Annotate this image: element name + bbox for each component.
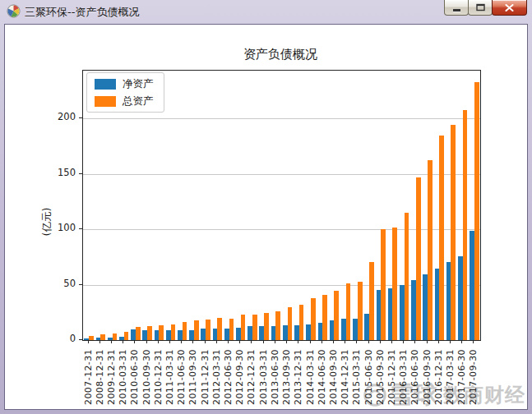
total-assets-bar xyxy=(183,322,187,340)
x-tick xyxy=(216,340,217,343)
x-tick-label: 2013-09-30 xyxy=(281,345,292,414)
x-tick-label: 2015-12-31 xyxy=(386,345,397,414)
x-tick xyxy=(403,340,404,343)
x-tick xyxy=(473,340,474,343)
legend-entry-net-assets: 净资产 xyxy=(95,77,156,91)
x-tick-label: 2011-06-30 xyxy=(176,345,187,414)
x-tick-label: 2013-03-31 xyxy=(258,345,269,414)
x-tick xyxy=(111,340,112,343)
x-tick-label: 2016-03-31 xyxy=(398,345,409,414)
total-assets-swatch xyxy=(95,96,116,107)
total-assets-bar xyxy=(416,177,421,340)
gridline xyxy=(83,118,480,119)
minimize-button[interactable] xyxy=(444,0,469,16)
x-tick-label: 2012-12-31 xyxy=(246,345,257,414)
maximize-button[interactable] xyxy=(468,0,493,16)
y-tick xyxy=(79,173,82,174)
total-assets-bar xyxy=(428,160,433,340)
x-tick xyxy=(286,340,287,343)
x-tick-label: 2010-12-31 xyxy=(153,345,164,414)
total-assets-bar xyxy=(334,291,339,340)
window-titlebar[interactable]: 三聚环保--资产负债概况 xyxy=(0,0,532,24)
x-tick xyxy=(134,340,135,343)
total-assets-bar xyxy=(252,315,257,340)
legend-label: 总资产 xyxy=(123,94,154,108)
total-assets-bar xyxy=(89,336,94,340)
legend-entry-total-assets: 总资产 xyxy=(95,94,156,108)
total-assets-bar xyxy=(405,213,409,340)
gridline xyxy=(83,229,480,230)
total-assets-bar xyxy=(275,311,280,340)
y-tick-label: 200 xyxy=(46,111,76,122)
x-tick-label: 2015-09-30 xyxy=(375,345,386,414)
figure-canvas: 资产负债概况 (亿元) 净资产 总资产 雪球 数商财经 050100150200… xyxy=(4,24,528,410)
x-tick-label: 2012-03-31 xyxy=(211,345,222,414)
x-tick-label: 2011-12-31 xyxy=(200,345,210,414)
x-tick xyxy=(345,340,345,343)
maximize-icon xyxy=(476,3,485,12)
x-tick-label: 2011-03-31 xyxy=(164,345,175,414)
x-tick xyxy=(146,340,147,343)
watermark-account: 数商财经 xyxy=(443,382,525,408)
total-assets-bar xyxy=(311,298,316,340)
total-assets-bar xyxy=(299,305,304,340)
x-tick-label: 2015-06-30 xyxy=(363,345,374,414)
x-tick-label: 2014-09-30 xyxy=(328,345,339,414)
x-tick-label: 2010-09-30 xyxy=(141,345,152,414)
x-tick xyxy=(461,340,462,343)
total-assets-bar xyxy=(463,110,468,340)
total-assets-bar xyxy=(124,332,129,340)
close-icon xyxy=(505,4,514,12)
x-tick xyxy=(205,340,206,343)
x-tick-label: 2016-06-30 xyxy=(409,345,420,414)
close-button[interactable] xyxy=(492,0,527,16)
x-tick xyxy=(322,340,322,343)
total-assets-bar xyxy=(264,313,269,340)
total-assets-bar xyxy=(229,319,234,340)
bar-chart: 资产负债概况 (亿元) 净资产 总资产 雪球 数商财经 050100150200… xyxy=(5,25,527,409)
x-tick xyxy=(450,340,451,343)
legend-label: 净资产 xyxy=(123,77,154,91)
x-tick-label: 2015-03-31 xyxy=(351,345,362,414)
total-assets-bar xyxy=(113,334,118,340)
x-tick xyxy=(239,340,240,343)
total-assets-bar xyxy=(206,320,210,340)
x-tick-label: 2017-09-30 xyxy=(468,345,479,414)
x-tick-label: 2014-03-31 xyxy=(305,345,316,414)
x-tick xyxy=(158,340,159,343)
total-assets-bar xyxy=(159,325,164,340)
x-tick xyxy=(275,340,275,343)
x-tick xyxy=(438,340,439,343)
x-tick xyxy=(169,340,170,343)
x-tick-label: 2011-09-30 xyxy=(187,345,198,414)
x-tick-label: 2017-03-31 xyxy=(445,345,456,414)
legend: 净资产 总资产 xyxy=(86,72,164,113)
total-assets-bar xyxy=(194,320,199,340)
x-tick xyxy=(263,340,264,343)
y-tick xyxy=(79,228,82,229)
x-tick xyxy=(333,340,334,343)
total-assets-bar xyxy=(322,295,327,340)
x-tick xyxy=(391,340,392,343)
x-tick-label: 2016-09-30 xyxy=(422,345,433,414)
total-assets-bar xyxy=(171,324,176,340)
pie-chart-icon xyxy=(7,4,21,18)
x-tick-label: 2007-12-31 xyxy=(83,345,94,414)
y-tick-label: 100 xyxy=(46,222,76,233)
x-tick-label: 2016-12-31 xyxy=(433,345,444,414)
x-tick-label: 2009-12-31 xyxy=(106,345,117,414)
total-assets-bar xyxy=(346,283,351,340)
total-assets-bar xyxy=(358,282,363,340)
gridline xyxy=(83,174,480,175)
window-title: 三聚环保--资产负债概况 xyxy=(25,5,139,20)
x-tick-label: 2012-09-30 xyxy=(234,345,245,414)
total-assets-bar xyxy=(369,262,374,340)
net-assets-swatch xyxy=(95,79,116,90)
x-tick xyxy=(368,340,369,343)
x-tick xyxy=(192,340,193,343)
x-tick-label: 2012-06-30 xyxy=(223,345,234,414)
total-assets-bar xyxy=(474,82,479,340)
total-assets-bar xyxy=(439,136,444,340)
x-tick xyxy=(88,340,89,343)
x-tick-label: 2013-12-31 xyxy=(293,345,303,414)
